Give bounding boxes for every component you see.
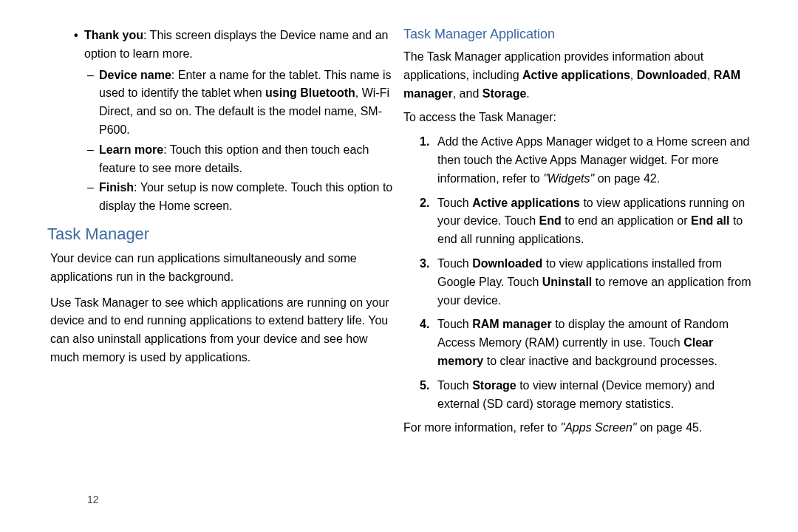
sub-finish-text: : Your setup is now complete. Touch this…	[99, 181, 392, 212]
step-2-num: 2.	[420, 194, 429, 213]
more-ref: "Apps Screen"	[561, 421, 637, 434]
step-4-post: to clear inactive and background process…	[483, 355, 717, 367]
step-3-bb: Uninstall	[542, 276, 593, 288]
step-3: 3. Touch Downloaded to view applications…	[420, 255, 757, 310]
step-5-ba: Storage	[472, 379, 516, 392]
more-info: For more information, refer to "Apps Scr…	[403, 419, 757, 437]
columns: Thank you: This screen displays the Devi…	[41, 27, 757, 443]
intro-b2: Downloaded	[637, 69, 707, 81]
step-2-bb: End	[539, 214, 562, 227]
sub-finish-label: Finish	[99, 181, 134, 194]
right-column: Task Manager Application The Task Manage…	[403, 27, 757, 443]
more-post: on page 45.	[636, 421, 702, 434]
sub-device-name: Device name: Enter a name for the tablet…	[99, 66, 395, 140]
step-1-ref: "Widgets"	[543, 172, 594, 185]
intro-b1: Active applications	[522, 69, 630, 81]
sub-list: Device name: Enter a name for the tablet…	[84, 66, 395, 216]
step-1-num: 1.	[420, 133, 429, 151]
sub-finish: Finish: Your setup is now complete. Touc…	[99, 179, 395, 216]
page-number: 12	[87, 494, 99, 505]
step-4-pre: Touch	[437, 318, 472, 330]
more-pre: For more information, refer to	[403, 421, 561, 434]
sub-learn-more: Learn more: Touch this option and then t…	[99, 141, 395, 178]
bullet-thankyou: Thank you: This screen displays the Devi…	[84, 27, 395, 216]
sub-device-name-label: Device name	[99, 69, 171, 81]
step-1: 1. Add the Active Apps Manager widget to…	[420, 133, 757, 188]
page: Thank you: This screen displays the Devi…	[0, 0, 798, 532]
step-5-num: 5.	[420, 377, 429, 395]
para-tm-2: Use Task Manager to see which applicatio…	[50, 294, 395, 367]
intro-and: , and	[453, 87, 482, 100]
left-column: Thank you: This screen displays the Devi…	[41, 27, 395, 443]
steps-list: 1. Add the Active Apps Manager widget to…	[420, 133, 757, 413]
step-4-ba: RAM manager	[472, 318, 552, 330]
intro-b4: Storage	[482, 87, 527, 100]
step-5-pre: Touch	[437, 379, 472, 392]
step-3-pre: Touch	[437, 257, 472, 270]
access-label: To access the Task Manager:	[403, 109, 757, 127]
step-2-bc: End all	[691, 214, 729, 227]
step-3-ba: Downloaded	[472, 257, 542, 270]
para-tm-1: Your device can run applications simulta…	[50, 250, 395, 287]
heading-task-manager: Task Manager	[47, 225, 395, 244]
thankyou-label: Thank you	[84, 29, 143, 41]
intro-c2: ,	[707, 69, 714, 81]
step-1-post: on page 42.	[594, 172, 660, 185]
intro-right: The Task Manager application provides in…	[403, 48, 757, 103]
step-4-num: 4.	[420, 316, 429, 334]
step-2-pre: Touch	[437, 197, 472, 209]
sub-learn-more-label: Learn more	[99, 143, 163, 156]
bullet-list: Thank you: This screen displays the Devi…	[41, 27, 395, 216]
heading-tm-app: Task Manager Application	[403, 27, 757, 42]
intro-c1: ,	[630, 69, 637, 81]
step-2: 2. Touch Active applications to view app…	[420, 194, 757, 249]
step-3-num: 3.	[420, 255, 429, 273]
intro-period: .	[526, 87, 529, 100]
step-2-ba: Active applications	[472, 197, 580, 209]
step-2-midb: to end an application or	[562, 214, 691, 227]
step-5: 5. Touch Storage to view internal (Devic…	[420, 377, 757, 414]
sub-device-name-bold2: using Bluetooth	[265, 86, 355, 99]
step-4: 4. Touch RAM manager to display the amou…	[420, 316, 757, 370]
